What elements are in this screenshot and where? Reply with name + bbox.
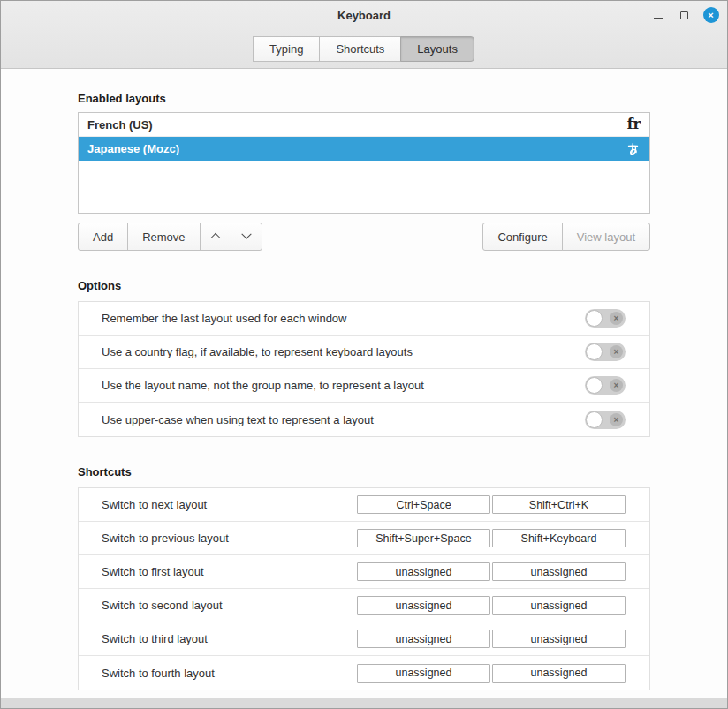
layout-row[interactable]: French (US) fr — [79, 113, 649, 137]
layout-view-button-group: Configure View layout — [482, 223, 650, 251]
option-label: Remember the last layout used for each w… — [102, 312, 346, 325]
option-row: Use upper-case when using text to repres… — [79, 403, 649, 436]
keybinding-button-primary[interactable]: unassigned — [357, 596, 490, 615]
keyboard-settings-window: Keyboard × Typing — [0, 0, 728, 709]
keybinding-button-secondary[interactable]: unassigned — [492, 562, 626, 581]
toggle-off-icon: × — [610, 413, 623, 426]
tab-label: Layouts — [417, 42, 458, 56]
option-label: Use a country flag, if available, to rep… — [102, 345, 413, 358]
tab-bar: Typing Shortcuts Layouts — [1, 29, 727, 68]
configure-button[interactable]: Configure — [482, 223, 562, 251]
tab-label: Typing — [269, 42, 303, 56]
close-icon: × — [703, 7, 719, 23]
toggle-off-icon: × — [610, 345, 623, 358]
maximize-icon — [680, 11, 688, 19]
add-button[interactable]: Add — [78, 223, 128, 251]
tab-shortcuts[interactable]: Shortcuts — [319, 36, 401, 62]
toggle-knob — [586, 377, 603, 394]
minimize-icon — [654, 18, 663, 19]
toggle-knob — [586, 310, 603, 327]
tab-group: Typing Shortcuts Layouts — [254, 36, 474, 62]
layout-name: Japanese (Mozc) — [87, 142, 179, 155]
keybinding-group: Ctrl+Space Shift+Ctrl+K — [357, 495, 626, 514]
tab-typing[interactable]: Typing — [253, 36, 320, 62]
window-title: Keyboard — [1, 1, 727, 29]
option-label: Use the layout name, not the group name,… — [102, 379, 424, 392]
view-layout-button[interactable]: View layout — [562, 223, 650, 251]
keybinding-group: unassigned unassigned — [357, 664, 626, 683]
toggle-switch[interactable]: × — [585, 343, 626, 361]
keybinding-button-secondary[interactable]: Shift+Ctrl+K — [492, 495, 626, 514]
shortcut-row: Switch to previous layout Shift+Super+Sp… — [79, 522, 649, 555]
options-list: Remember the last layout used for each w… — [78, 301, 650, 437]
window-header: Keyboard × Typing — [1, 1, 727, 69]
shortcut-row: Switch to third layout unassigned unassi… — [79, 622, 649, 656]
keybinding-button-secondary[interactable]: unassigned — [492, 596, 626, 615]
keybinding-group: unassigned unassigned — [357, 562, 626, 581]
keybinding-button-secondary[interactable]: unassigned — [492, 664, 626, 683]
layout-name: French (US) — [87, 118, 153, 132]
move-up-button[interactable] — [200, 223, 231, 251]
tab-layouts[interactable]: Layouts — [400, 36, 474, 62]
shortcuts-heading: Shortcuts — [78, 465, 650, 479]
toggle-switch[interactable]: × — [585, 411, 626, 429]
shortcut-label: Switch to first layout — [102, 565, 204, 578]
toggle-off-icon: × — [610, 312, 623, 325]
option-label: Use upper-case when using text to repres… — [102, 413, 374, 426]
shortcut-row: Switch to fourth layout unassigned unass… — [79, 656, 649, 690]
toggle-off-icon: × — [610, 379, 623, 392]
minimize-button[interactable] — [648, 6, 667, 25]
toggle-knob — [586, 343, 603, 360]
toggle-switch[interactable]: × — [585, 309, 626, 328]
shortcut-label: Switch to fourth layout — [102, 667, 215, 680]
shortcuts-list: Switch to next layout Ctrl+Space Shift+C… — [78, 487, 650, 690]
layouts-panel: Enabled layouts French (US) fr Japanese … — [1, 69, 727, 698]
titlebar[interactable]: Keyboard × — [1, 1, 727, 29]
layout-edit-button-group: Add Remove — [78, 223, 262, 251]
keybinding-button-primary[interactable]: unassigned — [357, 664, 490, 683]
shortcut-label: Switch to second layout — [102, 599, 223, 612]
chevron-down-icon — [241, 230, 251, 239]
window-controls: × — [648, 1, 720, 29]
keybinding-button-secondary[interactable]: unassigned — [492, 630, 626, 648]
layout-row[interactable]: Japanese (Mozc) — [79, 137, 649, 161]
option-row: Use the layout name, not the group name,… — [79, 369, 649, 403]
keybinding-button-primary[interactable]: Ctrl+Space — [357, 495, 490, 514]
shortcut-row: Switch to first layout unassigned unassi… — [79, 555, 649, 589]
maximize-button[interactable] — [675, 6, 694, 25]
toggle-knob — [586, 411, 603, 428]
tab-label: Shortcuts — [336, 42, 384, 56]
remove-button[interactable]: Remove — [127, 223, 200, 251]
shortcut-row: Switch to second layout unassigned unass… — [79, 589, 649, 622]
shortcut-label: Switch to third layout — [102, 632, 208, 645]
chevron-up-icon — [210, 233, 220, 243]
keybinding-group: unassigned unassigned — [357, 596, 626, 615]
keybinding-button-primary[interactable]: unassigned — [357, 562, 490, 581]
layout-indicator-icon — [626, 141, 641, 156]
option-row: Use a country flag, if available, to rep… — [79, 336, 649, 369]
close-button[interactable]: × — [701, 6, 720, 25]
window-resize-edge[interactable] — [1, 698, 727, 708]
options-heading: Options — [78, 279, 650, 292]
layout-list-actions: Add Remove Configure View layout — [78, 223, 650, 251]
keybinding-button-secondary[interactable]: Shift+Keyboard — [492, 529, 626, 547]
keybinding-button-primary[interactable]: Shift+Super+Space — [357, 529, 490, 547]
layout-indicator-icon: fr — [627, 117, 641, 132]
keybinding-button-primary[interactable]: unassigned — [357, 630, 490, 648]
keybinding-group: Shift+Super+Space Shift+Keyboard — [357, 529, 626, 547]
shortcut-label: Switch to previous layout — [102, 532, 229, 545]
option-row: Remember the last layout used for each w… — [79, 302, 649, 336]
toggle-switch[interactable]: × — [585, 376, 626, 395]
enabled-layouts-heading: Enabled layouts — [78, 92, 650, 105]
shortcut-row: Switch to next layout Ctrl+Space Shift+C… — [79, 488, 649, 522]
keybinding-group: unassigned unassigned — [357, 630, 626, 648]
shortcut-label: Switch to next layout — [102, 498, 207, 511]
enabled-layouts-list[interactable]: French (US) fr Japanese (Mozc) — [78, 112, 650, 214]
move-down-button[interactable] — [231, 223, 262, 251]
